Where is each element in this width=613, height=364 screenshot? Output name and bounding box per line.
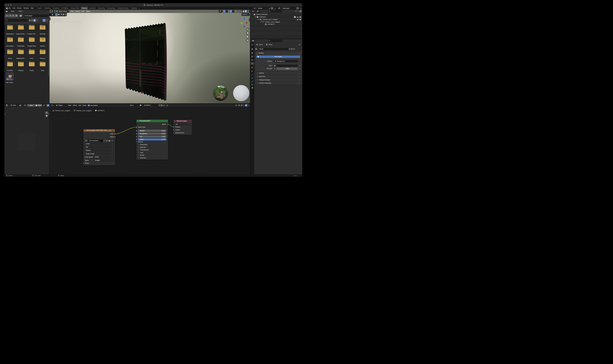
svg-text:Y: Y — [241, 22, 242, 24]
svg-text:Z: Z — [244, 18, 245, 19]
